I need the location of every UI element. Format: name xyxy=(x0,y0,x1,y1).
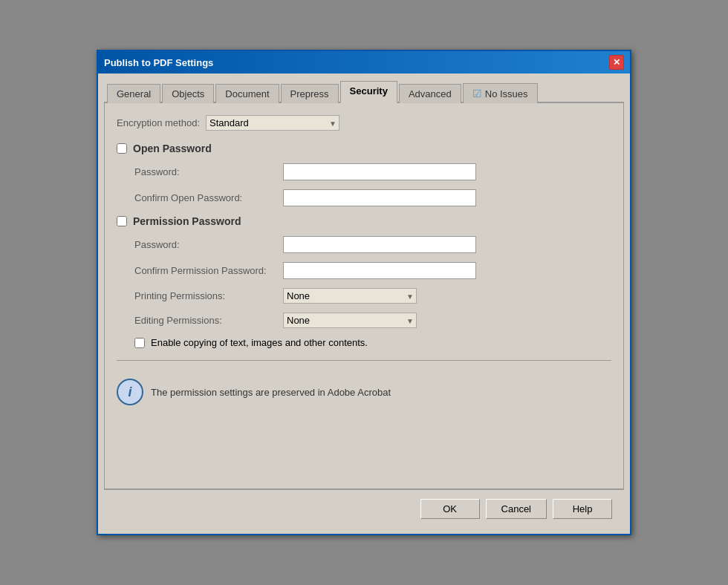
confirm-open-row: Confirm Open Password: xyxy=(117,189,611,206)
info-text: The permission settings are preserved in… xyxy=(151,387,391,398)
button-row: OK Cancel Help xyxy=(104,489,624,528)
tab-no-issues[interactable]: ☑ No Issues xyxy=(463,83,538,103)
perm-password-row: Password: xyxy=(117,236,611,253)
encryption-select-wrapper: Standard xyxy=(206,115,339,131)
enable-copy-label: Enable copying of text, images and other… xyxy=(151,337,368,348)
confirm-open-input[interactable] xyxy=(283,189,476,206)
dialog-title: Publish to PDF Settings xyxy=(104,57,213,68)
tab-advanced[interactable]: Advanced xyxy=(399,84,461,103)
tab-prepress[interactable]: Prepress xyxy=(281,84,339,103)
printing-permissions-select[interactable]: None xyxy=(283,288,417,304)
printing-select-wrapper: None xyxy=(283,288,417,304)
dialog-content: General Objects Document Prepress Securi… xyxy=(98,73,630,534)
encryption-select[interactable]: Standard xyxy=(206,115,339,131)
confirm-open-label: Confirm Open Password: xyxy=(134,192,283,203)
cancel-button[interactable]: Cancel xyxy=(486,499,547,519)
printing-permissions-row: Printing Permissions: None xyxy=(117,288,611,304)
separator xyxy=(117,360,611,361)
enable-copy-row: Enable copying of text, images and other… xyxy=(117,337,611,348)
enable-copy-checkbox[interactable] xyxy=(134,338,145,348)
confirm-perm-input[interactable] xyxy=(283,262,476,279)
tab-bar: General Objects Document Prepress Securi… xyxy=(104,79,624,103)
editing-permissions-select[interactable]: None xyxy=(283,313,417,328)
ok-button[interactable]: OK xyxy=(420,499,480,519)
publish-to-pdf-dialog: Publish to PDF Settings ✕ General Object… xyxy=(97,50,631,535)
title-bar: Publish to PDF Settings ✕ xyxy=(98,51,630,73)
permission-password-row: Permission Password xyxy=(117,215,611,227)
permission-password-checkbox[interactable] xyxy=(117,216,127,226)
tab-general[interactable]: General xyxy=(107,84,160,103)
info-bar: i The permission settings are preserved … xyxy=(117,373,611,411)
password-row: Password: xyxy=(117,163,611,180)
perm-password-label: Password: xyxy=(134,239,283,250)
encryption-label: Encryption method: xyxy=(117,117,200,128)
open-password-checkbox[interactable] xyxy=(117,143,127,154)
open-password-row: Open Password xyxy=(117,143,611,154)
encryption-row: Encryption method: Standard xyxy=(117,115,611,131)
password-label: Password: xyxy=(134,166,283,177)
printing-permissions-label: Printing Permissions: xyxy=(134,290,283,301)
confirm-perm-row: Confirm Permission Password: xyxy=(117,262,611,279)
tab-document[interactable]: Document xyxy=(215,84,279,103)
editing-select-wrapper: None xyxy=(283,313,417,328)
tab-security[interactable]: Security xyxy=(340,81,397,103)
security-panel: Encryption method: Standard Open Passwor… xyxy=(104,103,624,489)
open-password-label: Open Password xyxy=(133,143,212,154)
tab-objects[interactable]: Objects xyxy=(162,84,214,103)
editing-permissions-row: Editing Permissions: None xyxy=(117,313,611,328)
confirm-perm-label: Confirm Permission Password: xyxy=(134,265,283,276)
info-icon: i xyxy=(117,379,143,405)
check-icon: ☑ xyxy=(472,88,482,99)
permission-password-label: Permission Password xyxy=(133,215,241,227)
help-button[interactable]: Help xyxy=(553,499,612,519)
close-button[interactable]: ✕ xyxy=(609,55,624,70)
perm-password-input[interactable] xyxy=(283,236,476,253)
editing-permissions-label: Editing Permissions: xyxy=(134,315,283,326)
open-password-input[interactable] xyxy=(283,163,476,180)
